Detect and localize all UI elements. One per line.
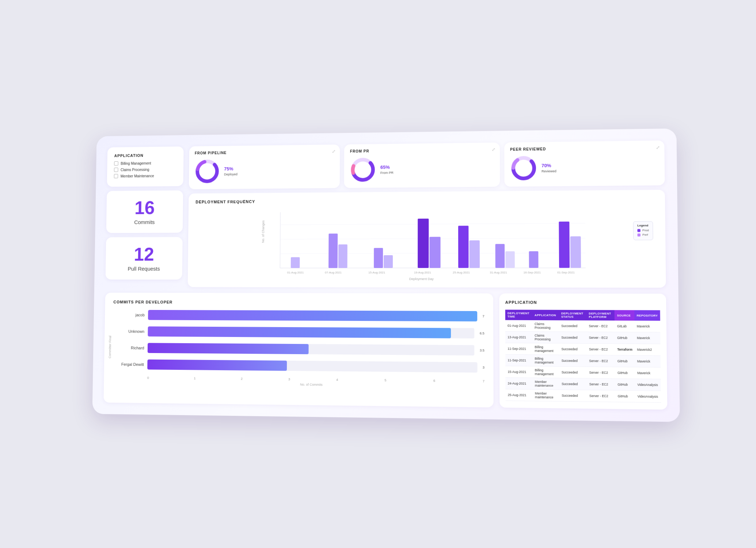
- bar-richard-track: [147, 343, 474, 355]
- pull-requests-number: 12: [109, 245, 179, 263]
- checkbox-billing-label: Billing Management: [121, 161, 151, 165]
- pull-requests-label: Pull Requests: [109, 265, 179, 272]
- x-label-3: 3: [288, 377, 290, 381]
- bar-unknown-value: 6.5: [479, 331, 484, 335]
- bar-richard-label: Richard: [113, 345, 144, 350]
- peer-stats: 70% Reviewed: [541, 162, 556, 173]
- bar-jacob-track: [148, 310, 477, 321]
- svg-rect-17: [338, 244, 347, 268]
- svg-rect-22: [458, 226, 468, 268]
- cell-time: 11-Sep-2021: [505, 354, 532, 366]
- table-row: 11-Sep-2021 Billing management Succeeded…: [505, 354, 661, 367]
- app-table-title: APPLICATION: [505, 300, 660, 304]
- top-section: APPLICATION Billing Management Claims Pr…: [105, 140, 666, 287]
- bar-jacob-fill: [148, 310, 477, 321]
- deployment-freq-title: DEPLOYMENT FREQUENCY: [195, 196, 657, 204]
- dashboard: APPLICATION Billing Management Claims Pr…: [92, 128, 680, 422]
- svg-rect-18: [374, 248, 383, 268]
- cell-status: Succeeded: [559, 355, 587, 366]
- checkbox-claims-box[interactable]: [114, 168, 118, 172]
- deployment-freq-chart: No. of Changes: [195, 206, 658, 281]
- pr-donut-svg: [350, 157, 376, 183]
- cell-source: GitHub: [615, 355, 635, 367]
- from-pipeline-card: FROM PIPELINE ⤢ 75% Deployed: [189, 144, 340, 189]
- table-row: 11-Sep-2021 Billing management Succeeded…: [505, 343, 661, 356]
- th-source: SOURCE: [615, 310, 634, 321]
- y-axis-label: Committer Final: [108, 336, 111, 358]
- commits-per-dev-title: COMMITS PER DEVELOPER: [113, 300, 484, 305]
- th-deployment-platform: DEPLOYMENT PLATFORM: [586, 310, 615, 321]
- svg-text:Deployment Day: Deployment Day: [409, 277, 434, 280]
- bar-jacob-label: jacob: [113, 313, 144, 317]
- expand-icon-pr[interactable]: ⤢: [491, 147, 495, 152]
- horiz-bar-chart: jacob 7 Unknown 6.5: [112, 310, 484, 372]
- table-body: 01-Aug-2021 Claims Processing Succeeded …: [505, 320, 661, 402]
- from-pr-donut: 65% From PR: [350, 155, 494, 183]
- svg-text:16-Sep-2021: 16-Sep-2021: [523, 271, 541, 274]
- checkbox-member-box[interactable]: [114, 174, 118, 178]
- commits-stat-card: 16 Commits: [106, 190, 183, 233]
- cell-status: Succeeded: [559, 343, 587, 355]
- th-deployment-time: DEPLOYMENT TIME: [505, 310, 532, 320]
- cell-app: Billing management: [532, 366, 559, 378]
- bar-richard-fill: [147, 343, 308, 354]
- th-deployment-status: DEPLOYMENT STATUS: [559, 310, 586, 320]
- svg-text:01-Sep-2021: 01-Sep-2021: [557, 271, 575, 274]
- svg-text:No. of Changes: No. of Changes: [261, 220, 265, 242]
- checkbox-member-label: Member Maintenance: [120, 174, 154, 178]
- cell-time: 13-Aug-2021: [505, 331, 532, 343]
- commits-chart-wrapper: Committer Final jacob 7 Unknown: [112, 310, 485, 388]
- cell-time: 25-Aug-2021: [505, 389, 532, 401]
- checkbox-claims[interactable]: Claims Processing: [114, 167, 176, 172]
- cell-platform: Server - EC2: [587, 355, 615, 367]
- cell-repo: Maverick: [635, 367, 661, 379]
- checkbox-member[interactable]: Member Maintenance: [114, 173, 176, 178]
- x-label-7: 7: [482, 379, 484, 383]
- cell-app: Claims Processing: [532, 332, 559, 343]
- cell-repo: VideoAnalysis: [635, 390, 661, 402]
- checkbox-billing-box[interactable]: [114, 161, 118, 165]
- th-repository: REPOSITORY: [634, 310, 660, 321]
- expand-icon-peer[interactable]: ⤢: [656, 145, 660, 150]
- svg-text:07-Aug-2021: 07-Aug-2021: [325, 271, 342, 274]
- bar-richard: Richard 3.5: [113, 342, 484, 355]
- peer-donut-svg: [510, 155, 537, 181]
- bottom-section: COMMITS PER DEVELOPER Committer Final ja…: [103, 292, 667, 409]
- peer-reviewed-card: PEER REVIEWED ⤢ 70% Reviewed: [504, 140, 665, 187]
- application-filter-card: APPLICATION Billing Management Claims Pr…: [107, 146, 183, 187]
- legend-perf-label: Perf: [642, 233, 648, 236]
- cell-status: Succeeded: [559, 390, 587, 402]
- bar-unknown-label: Unknown: [113, 329, 144, 333]
- bar-fergal-track: [147, 359, 477, 372]
- cell-source: GitHub: [615, 367, 635, 379]
- table-row: 01-Aug-2021 Claims Processing Succeeded …: [505, 320, 660, 332]
- table-row: 24-Aug-2021 Member maintenance Succeeded…: [505, 378, 661, 391]
- commits-per-developer-card: COMMITS PER DEVELOPER Committer Final ja…: [103, 292, 493, 407]
- svg-rect-16: [328, 233, 338, 268]
- svg-rect-24: [495, 244, 505, 268]
- bar-unknown-track: [148, 326, 474, 338]
- cell-app: Claims Processing: [532, 320, 559, 332]
- cell-platform: Server - EC2: [586, 332, 615, 343]
- expand-icon[interactable]: ⤢: [332, 149, 335, 154]
- pipeline-donut-svg: [194, 158, 220, 184]
- bar-fergal: Fergal Dewitt 3: [112, 359, 484, 372]
- deployment-freq-legend: Legend Prod Perf: [633, 221, 653, 240]
- th-application: APPLICATION: [532, 310, 559, 320]
- x-label-6: 6: [433, 379, 435, 382]
- table-row: 15-Aug-2021 Billing management Succeeded…: [505, 366, 661, 379]
- bar-fergal-label: Fergal Dewitt: [112, 362, 144, 367]
- pipeline-stats: 75% Deployed: [224, 166, 238, 176]
- from-pr-title: FROM PR: [350, 147, 493, 153]
- cell-status: Succeeded: [559, 366, 587, 378]
- deployment-frequency-card: DEPLOYMENT FREQUENCY No. of Changes: [187, 189, 666, 287]
- table-row: 25-Aug-2021 Member maintenance Succeeded…: [505, 389, 661, 402]
- cell-repo: VideoAnalysis: [635, 379, 661, 391]
- svg-line-9: [280, 212, 280, 268]
- legend-prod-dot: [637, 229, 640, 231]
- pull-requests-stat-card: 12 Pull Requests: [105, 237, 182, 280]
- cell-status: Succeeded: [559, 378, 587, 390]
- peer-reviewed-donut: 70% Reviewed: [510, 153, 658, 181]
- checkbox-billing[interactable]: Billing Management: [114, 161, 176, 165]
- legend-prod: Prod: [637, 229, 649, 232]
